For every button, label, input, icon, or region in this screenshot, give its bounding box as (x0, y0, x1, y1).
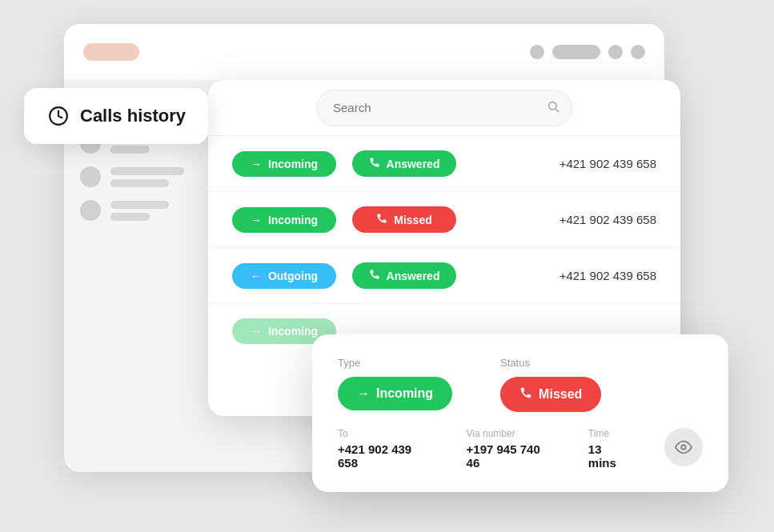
detail-type-value: Incoming (376, 386, 433, 401)
detail-status-col: Status Missed (500, 357, 601, 412)
arrow-right-icon-2: → (251, 214, 262, 226)
bg-dot-3 (608, 45, 623, 59)
detail-via-label: Via number (467, 428, 556, 439)
main-card-header (208, 80, 680, 136)
bg-dot-4 (631, 45, 645, 59)
sidebar-circle-3 (80, 166, 101, 187)
svg-line-1 (555, 109, 559, 112)
calls-history-title: Calls history (80, 106, 186, 126)
phone-icon-1 (369, 157, 380, 170)
eye-icon (675, 438, 692, 456)
sidebar-line-3b (110, 179, 169, 187)
type-label-2: Incoming (268, 214, 318, 226)
type-badge-incoming-2: → Incoming (232, 207, 336, 233)
svg-point-3 (681, 445, 686, 450)
detail-top-row: Type → Incoming Status Missed (338, 357, 703, 412)
arrow-right-icon-1: → (251, 158, 262, 170)
calls-history-icon (46, 104, 70, 128)
detail-status-value: Missed (539, 387, 582, 402)
arrow-right-icon-4: → (251, 325, 262, 338)
sidebar-row-4 (80, 200, 208, 221)
type-label-4: Incoming (268, 325, 318, 338)
call-row-1: → Incoming Answered +421 902 439 658 (208, 136, 680, 192)
status-badge-missed-2: Missed (352, 206, 456, 233)
call-row-3: ← Outgoing Answered +421 902 439 658 (208, 248, 680, 304)
detail-time-value: 13 mins (588, 442, 633, 470)
detail-to-label: To (338, 428, 435, 439)
type-badge-incoming-1: → Incoming (232, 151, 336, 177)
detail-card: Type → Incoming Status Missed To +421 90… (312, 334, 728, 492)
bg-dot-2 (552, 45, 600, 59)
sidebar-lines-3 (110, 167, 208, 187)
bg-header-pill (83, 43, 139, 61)
detail-type-label: Type (338, 357, 452, 369)
detail-time-col: Time 13 mins (588, 428, 633, 470)
detail-type-badge: → Incoming (338, 377, 452, 410)
bg-card-header (64, 24, 664, 80)
status-label-2: Missed (394, 214, 431, 226)
detail-to-value: +421 902 439 658 (338, 442, 435, 470)
sidebar-lines-4 (110, 201, 208, 221)
sidebar-line-4b (110, 213, 150, 221)
bg-dot-1 (530, 45, 544, 59)
eye-icon-button[interactable] (664, 428, 703, 466)
call-row-2: → Incoming Missed +421 902 439 658 (208, 192, 680, 248)
phone-icon-2 (376, 213, 387, 226)
detail-type-col: Type → Incoming (338, 357, 452, 412)
detail-via-col: Via number +197 945 740 46 (467, 428, 556, 470)
type-badge-outgoing-3: ← Outgoing (232, 263, 336, 289)
detail-status-badge: Missed (500, 377, 601, 412)
phone-number-1: +421 902 439 658 (559, 157, 656, 170)
detail-time-label: Time (588, 428, 633, 439)
sidebar-line-4a (110, 201, 169, 209)
sidebar-row-3 (80, 166, 208, 187)
status-badge-answered-3: Answered (352, 262, 456, 289)
type-label-3: Outgoing (268, 270, 318, 282)
detail-to-col: To +421 902 439 658 (338, 428, 435, 470)
search-input[interactable] (316, 90, 572, 126)
search-bar (316, 90, 572, 126)
status-badge-answered-1: Answered (352, 150, 456, 177)
status-label-1: Answered (387, 158, 440, 170)
detail-bottom-row: To +421 902 439 658 Via number +197 945 … (338, 428, 703, 470)
detail-via-value: +197 945 740 46 (467, 442, 556, 470)
detail-arrow-icon: → (357, 386, 370, 401)
sidebar-circle-4 (80, 200, 101, 221)
detail-phone-icon (519, 386, 532, 402)
sidebar-line-2b (110, 146, 150, 154)
type-label-1: Incoming (268, 158, 318, 170)
arrow-left-icon-3: ← (251, 270, 262, 282)
phone-number-3: +421 902 439 658 (559, 269, 656, 282)
status-label-3: Answered (387, 270, 440, 282)
phone-number-2: +421 902 439 658 (559, 213, 656, 226)
detail-status-label: Status (500, 357, 601, 369)
phone-icon-3 (369, 269, 380, 282)
search-icon (547, 100, 559, 116)
calls-history-label: Calls history (24, 88, 208, 144)
sidebar-line-3a (110, 167, 184, 175)
bg-header-dots (530, 45, 645, 59)
calls-table: → Incoming Answered +421 902 439 658 → I… (208, 136, 680, 358)
